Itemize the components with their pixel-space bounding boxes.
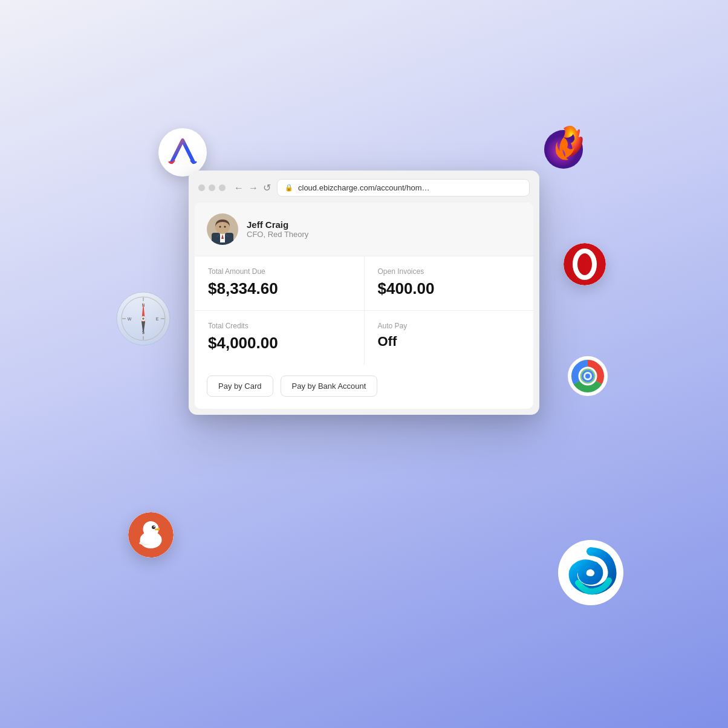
stat-value-2: $4,000.00 bbox=[208, 334, 351, 353]
scene: N S W E bbox=[152, 122, 576, 606]
dot-1 bbox=[198, 184, 205, 191]
chrome-icon bbox=[564, 352, 612, 400]
stat-label-2: Total Credits bbox=[208, 322, 351, 330]
stat-label-1: Open Invoices bbox=[378, 267, 521, 276]
svg-point-14 bbox=[142, 317, 145, 320]
dot-3 bbox=[219, 184, 226, 191]
safari-icon: N S W E bbox=[116, 291, 171, 346]
arc-browser-icon bbox=[158, 128, 207, 177]
svg-point-35 bbox=[224, 226, 226, 228]
stat-value-3: Off bbox=[378, 334, 521, 349]
stat-card-0: Total Amount Due$8,334.60 bbox=[195, 256, 364, 310]
forward-button[interactable]: → bbox=[249, 183, 258, 193]
stats-grid: Total Amount Due$8,334.60Open Invoices$4… bbox=[195, 256, 533, 365]
stat-value-1: $400.00 bbox=[378, 279, 521, 298]
dot-2 bbox=[209, 184, 215, 191]
browser-window: ← → ↺ 🔒 cloud.ebizcharge.com/account/hom… bbox=[189, 171, 539, 415]
browser-titlebar: ← → ↺ 🔒 cloud.ebizcharge.com/account/hom… bbox=[189, 171, 539, 203]
stat-card-1: Open Invoices$400.00 bbox=[365, 256, 534, 310]
user-info: Jeff Craig CFO, Red Theory bbox=[247, 219, 308, 239]
browser-content: Jeff Craig CFO, Red Theory Total Amount … bbox=[195, 203, 533, 409]
browser-nav: ← → ↺ bbox=[234, 182, 271, 193]
refresh-button[interactable]: ↺ bbox=[263, 182, 271, 193]
back-button[interactable]: ← bbox=[234, 183, 244, 193]
opera-icon bbox=[564, 243, 606, 285]
user-name: Jeff Craig bbox=[247, 219, 308, 230]
svg-point-25 bbox=[152, 525, 155, 529]
duckduckgo-icon bbox=[128, 512, 174, 557]
lock-icon: 🔒 bbox=[285, 184, 293, 192]
firefox-icon bbox=[533, 116, 594, 177]
stat-value-0: $8,334.60 bbox=[208, 279, 351, 298]
actions: Pay by CardPay by Bank Account bbox=[195, 365, 533, 409]
url-text: cloud.ebizcharge.com/account/hom… bbox=[298, 183, 430, 192]
svg-point-21 bbox=[585, 374, 590, 379]
action-button-1[interactable]: Pay by Bank Account bbox=[281, 375, 378, 397]
stat-label-3: Auto Pay bbox=[378, 322, 521, 330]
svg-point-34 bbox=[219, 226, 221, 228]
window-controls bbox=[198, 184, 226, 191]
avatar bbox=[207, 213, 238, 245]
stat-label-0: Total Amount Due bbox=[208, 267, 351, 276]
stat-card-2: Total Credits$4,000.00 bbox=[195, 311, 364, 365]
svg-point-26 bbox=[154, 526, 155, 527]
action-button-0[interactable]: Pay by Card bbox=[207, 375, 273, 397]
svg-text:E: E bbox=[156, 317, 159, 321]
edge-icon bbox=[557, 539, 624, 606]
address-bar[interactable]: 🔒 cloud.ebizcharge.com/account/hom… bbox=[277, 179, 530, 197]
user-title: CFO, Red Theory bbox=[247, 230, 308, 239]
user-header: Jeff Craig CFO, Red Theory bbox=[195, 203, 533, 256]
stat-card-3: Auto PayOff bbox=[365, 311, 534, 365]
svg-text:W: W bbox=[128, 317, 132, 321]
